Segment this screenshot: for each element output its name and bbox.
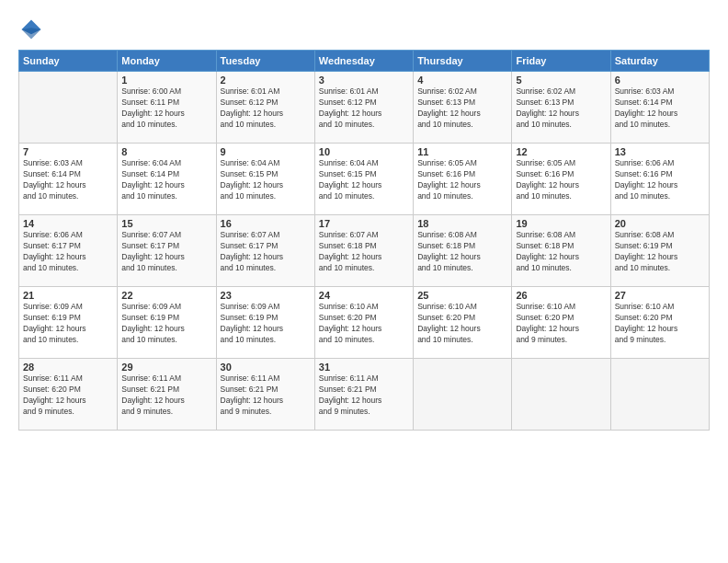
- weekday-header-friday: Friday: [512, 51, 610, 72]
- calendar-cell: 27Sunrise: 6:10 AM Sunset: 6:20 PM Dayli…: [610, 287, 709, 359]
- day-number: 27: [615, 290, 705, 301]
- calendar-cell: 17Sunrise: 6:07 AM Sunset: 6:18 PM Dayli…: [314, 215, 413, 287]
- weekday-header-sunday: Sunday: [19, 51, 118, 72]
- calendar-cell: 12Sunrise: 6:05 AM Sunset: 6:16 PM Dayli…: [512, 144, 610, 215]
- day-number: 25: [417, 290, 507, 301]
- day-info: Sunrise: 6:02 AM Sunset: 6:13 PM Dayligh…: [417, 86, 507, 131]
- page: SundayMondayTuesdayWednesdayThursdayFrid…: [0, 0, 728, 563]
- day-number: 21: [23, 290, 113, 301]
- calendar-cell: 31Sunrise: 6:11 AM Sunset: 6:21 PM Dayli…: [314, 359, 413, 431]
- calendar-cell: 18Sunrise: 6:08 AM Sunset: 6:18 PM Dayli…: [414, 215, 512, 287]
- day-number: 20: [615, 218, 705, 229]
- weekday-header-thursday: Thursday: [414, 51, 512, 72]
- calendar-cell: 26Sunrise: 6:10 AM Sunset: 6:20 PM Dayli…: [512, 287, 610, 359]
- calendar-cell: 15Sunrise: 6:07 AM Sunset: 6:17 PM Dayli…: [118, 215, 216, 287]
- calendar-week-row: 14Sunrise: 6:06 AM Sunset: 6:17 PM Dayli…: [19, 215, 710, 287]
- weekday-header-saturday: Saturday: [610, 51, 709, 72]
- day-info: Sunrise: 6:11 AM Sunset: 6:21 PM Dayligh…: [319, 373, 409, 418]
- day-number: 15: [121, 218, 211, 229]
- day-number: 30: [221, 362, 311, 373]
- logo: [18, 17, 48, 42]
- day-number: 14: [23, 218, 113, 229]
- day-number: 3: [319, 75, 409, 86]
- calendar-cell: 30Sunrise: 6:11 AM Sunset: 6:21 PM Dayli…: [216, 359, 314, 431]
- day-info: Sunrise: 6:03 AM Sunset: 6:14 PM Dayligh…: [23, 158, 113, 202]
- day-info: Sunrise: 6:08 AM Sunset: 6:18 PM Dayligh…: [417, 230, 507, 274]
- header: [18, 17, 710, 42]
- day-info: Sunrise: 6:02 AM Sunset: 6:13 PM Dayligh…: [516, 86, 606, 131]
- day-info: Sunrise: 6:11 AM Sunset: 6:21 PM Dayligh…: [221, 373, 311, 418]
- day-number: 8: [121, 146, 211, 157]
- calendar-cell: 20Sunrise: 6:08 AM Sunset: 6:19 PM Dayli…: [610, 215, 709, 287]
- day-info: Sunrise: 6:03 AM Sunset: 6:14 PM Dayligh…: [615, 86, 705, 131]
- calendar-cell: 22Sunrise: 6:09 AM Sunset: 6:19 PM Dayli…: [118, 287, 216, 359]
- calendar-cell: 7Sunrise: 6:03 AM Sunset: 6:14 PM Daylig…: [19, 144, 118, 215]
- day-number: 1: [121, 75, 211, 86]
- calendar-cell: 23Sunrise: 6:09 AM Sunset: 6:19 PM Dayli…: [216, 287, 314, 359]
- calendar-cell: 3Sunrise: 6:01 AM Sunset: 6:12 PM Daylig…: [314, 72, 413, 144]
- day-number: 6: [615, 75, 705, 86]
- weekday-header-monday: Monday: [118, 51, 216, 72]
- day-info: Sunrise: 6:00 AM Sunset: 6:11 PM Dayligh…: [121, 86, 211, 131]
- day-info: Sunrise: 6:01 AM Sunset: 6:12 PM Dayligh…: [221, 86, 311, 131]
- logo-icon: [18, 17, 44, 42]
- calendar-cell: [414, 359, 512, 431]
- calendar-cell: 24Sunrise: 6:10 AM Sunset: 6:20 PM Dayli…: [314, 287, 413, 359]
- day-info: Sunrise: 6:09 AM Sunset: 6:19 PM Dayligh…: [23, 302, 113, 346]
- day-number: 10: [319, 146, 409, 157]
- day-info: Sunrise: 6:10 AM Sunset: 6:20 PM Dayligh…: [417, 302, 507, 346]
- day-number: 24: [319, 290, 409, 301]
- calendar-cell: 13Sunrise: 6:06 AM Sunset: 6:16 PM Dayli…: [610, 144, 709, 215]
- calendar-cell: 19Sunrise: 6:08 AM Sunset: 6:18 PM Dayli…: [512, 215, 610, 287]
- calendar-cell: [610, 359, 709, 431]
- day-number: 4: [417, 75, 507, 86]
- day-info: Sunrise: 6:10 AM Sunset: 6:20 PM Dayligh…: [319, 302, 409, 346]
- day-info: Sunrise: 6:08 AM Sunset: 6:19 PM Dayligh…: [615, 230, 705, 274]
- calendar-week-row: 1Sunrise: 6:00 AM Sunset: 6:11 PM Daylig…: [19, 72, 710, 144]
- day-number: 31: [319, 362, 409, 373]
- weekday-header-wednesday: Wednesday: [314, 51, 413, 72]
- weekday-header-row: SundayMondayTuesdayWednesdayThursdayFrid…: [19, 51, 710, 72]
- calendar-cell: 1Sunrise: 6:00 AM Sunset: 6:11 PM Daylig…: [118, 72, 216, 144]
- day-info: Sunrise: 6:05 AM Sunset: 6:16 PM Dayligh…: [417, 158, 507, 202]
- calendar-cell: 21Sunrise: 6:09 AM Sunset: 6:19 PM Dayli…: [19, 287, 118, 359]
- day-number: 22: [121, 290, 211, 301]
- day-info: Sunrise: 6:09 AM Sunset: 6:19 PM Dayligh…: [221, 302, 311, 346]
- day-number: 17: [319, 218, 409, 229]
- day-number: 7: [23, 146, 113, 157]
- day-number: 29: [121, 362, 211, 373]
- calendar-cell: 8Sunrise: 6:04 AM Sunset: 6:14 PM Daylig…: [118, 144, 216, 215]
- calendar-cell: 5Sunrise: 6:02 AM Sunset: 6:13 PM Daylig…: [512, 72, 610, 144]
- day-info: Sunrise: 6:06 AM Sunset: 6:16 PM Dayligh…: [615, 158, 705, 202]
- day-number: 23: [221, 290, 311, 301]
- calendar-week-row: 21Sunrise: 6:09 AM Sunset: 6:19 PM Dayli…: [19, 287, 710, 359]
- day-number: 11: [417, 146, 507, 157]
- calendar-cell: 25Sunrise: 6:10 AM Sunset: 6:20 PM Dayli…: [414, 287, 512, 359]
- day-info: Sunrise: 6:07 AM Sunset: 6:18 PM Dayligh…: [319, 230, 409, 274]
- calendar-cell: 29Sunrise: 6:11 AM Sunset: 6:21 PM Dayli…: [118, 359, 216, 431]
- day-number: 26: [516, 290, 606, 301]
- day-number: 19: [516, 218, 606, 229]
- day-number: 13: [615, 146, 705, 157]
- day-number: 12: [516, 146, 606, 157]
- calendar-cell: 9Sunrise: 6:04 AM Sunset: 6:15 PM Daylig…: [216, 144, 314, 215]
- svg-marker-1: [22, 28, 41, 39]
- day-info: Sunrise: 6:01 AM Sunset: 6:12 PM Dayligh…: [319, 86, 409, 131]
- day-info: Sunrise: 6:10 AM Sunset: 6:20 PM Dayligh…: [516, 302, 606, 346]
- calendar-cell: 6Sunrise: 6:03 AM Sunset: 6:14 PM Daylig…: [610, 72, 709, 144]
- day-info: Sunrise: 6:04 AM Sunset: 6:14 PM Dayligh…: [121, 158, 211, 202]
- day-info: Sunrise: 6:06 AM Sunset: 6:17 PM Dayligh…: [23, 230, 113, 274]
- day-info: Sunrise: 6:04 AM Sunset: 6:15 PM Dayligh…: [221, 158, 311, 202]
- calendar-cell: 11Sunrise: 6:05 AM Sunset: 6:16 PM Dayli…: [414, 144, 512, 215]
- calendar-week-row: 28Sunrise: 6:11 AM Sunset: 6:20 PM Dayli…: [19, 359, 710, 431]
- day-info: Sunrise: 6:11 AM Sunset: 6:21 PM Dayligh…: [121, 373, 211, 418]
- day-info: Sunrise: 6:04 AM Sunset: 6:15 PM Dayligh…: [319, 158, 409, 202]
- day-number: 28: [23, 362, 113, 373]
- day-number: 18: [417, 218, 507, 229]
- calendar-cell: [19, 72, 118, 144]
- day-info: Sunrise: 6:07 AM Sunset: 6:17 PM Dayligh…: [121, 230, 211, 274]
- day-number: 9: [221, 146, 311, 157]
- calendar-cell: [512, 359, 610, 431]
- calendar-cell: 28Sunrise: 6:11 AM Sunset: 6:20 PM Dayli…: [19, 359, 118, 431]
- day-number: 2: [221, 75, 311, 86]
